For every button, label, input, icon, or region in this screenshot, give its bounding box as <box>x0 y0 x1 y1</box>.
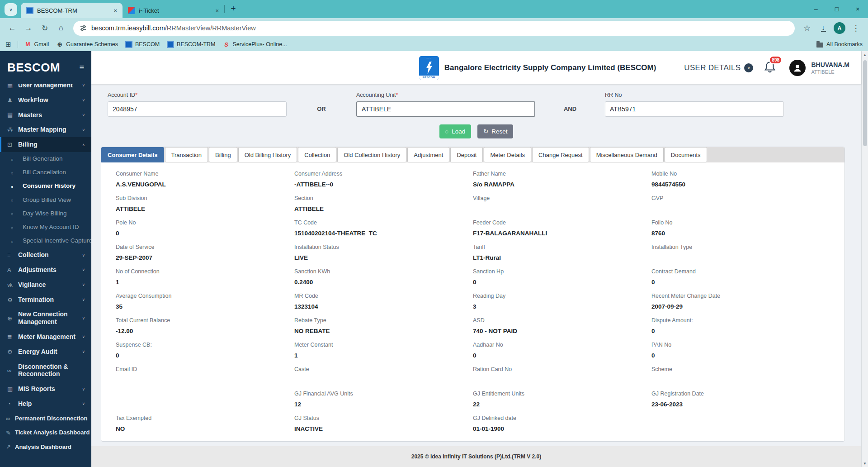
browser-menu-icon[interactable]: ⋮ <box>848 20 863 36</box>
field-value <box>651 205 830 213</box>
tab-documents[interactable]: Documents <box>665 147 707 162</box>
tab-meter-details[interactable]: Meter Details <box>484 147 531 162</box>
new-tab-button[interactable]: + <box>227 3 239 14</box>
tab-search-button[interactable]: ∨ <box>5 3 17 16</box>
reload-button[interactable]: ↻ <box>37 20 52 36</box>
browser-tab-i-ticket[interactable]: i~Ticket × <box>123 3 224 18</box>
bookmark-label: Guarantee Schemes <box>66 41 118 48</box>
tab-label: Collection <box>304 152 330 158</box>
field-label: Aadhaar No <box>473 342 651 348</box>
bookmark-bescom-trm[interactable]: BESCOM-TRM <box>167 41 215 48</box>
sidebar-item-ticket-analysis-dashboard[interactable]: ✎ Ticket Analysis Dashboard <box>0 425 91 440</box>
sidebar-item-group-billed-view[interactable]: Group Billed View <box>0 193 91 207</box>
window-close-button[interactable]: × <box>847 0 868 18</box>
sidebar-item-label: Masters <box>18 111 42 119</box>
bookmark-star-icon[interactable]: ☆ <box>799 20 815 36</box>
accounting-unit-input[interactable] <box>356 101 535 117</box>
field-label: Contract Demand <box>651 268 830 275</box>
bookmark-bescom[interactable]: BESCOM <box>125 41 160 48</box>
field-value: 2007-09-29 <box>651 303 830 310</box>
sidebar-item-help[interactable]: ◔ Help ∨ <box>0 396 91 411</box>
sidebar-item-master-mapping[interactable]: ⁂ Master Mapping ∨ <box>0 122 91 137</box>
sidebar-item-termination[interactable]: ♻ Termination ∨ <box>0 292 91 307</box>
page-scrollbar[interactable]: ▲ ▼ <box>861 51 868 467</box>
sidebar-item-day-wise-billing[interactable]: Day Wise Billing <box>0 207 91 220</box>
field-value: 29-SEP-2007 <box>116 254 294 262</box>
sidebar-item-vigilance[interactable]: vk Vigilance ∨ <box>0 277 91 292</box>
window-minimize-button[interactable]: – <box>806 0 826 18</box>
browser-tab-bescom-trm[interactable]: BESCOM-TRM × <box>21 3 123 18</box>
tab-deposit[interactable]: Deposit <box>450 147 483 162</box>
sidebar-item-analysis-dashboard[interactable]: ↗ Analysis Dashboard <box>0 440 91 454</box>
sidebar-item-permanent-disconnection[interactable]: ∞ Permanent Disconnection <box>0 411 91 426</box>
tab-favicon <box>26 7 33 14</box>
field-asd: ASD 740 - NOT PAID <box>473 317 651 335</box>
tab-transaction[interactable]: Transaction <box>165 147 208 162</box>
sidebar-item-label: Disconnection & Reconnection <box>18 363 83 378</box>
tab-billing[interactable]: Billing <box>209 147 237 162</box>
address-bar[interactable]: bescom.trm.ieasybill.com/RRMasterView/RR… <box>73 21 795 36</box>
sidebar-item-workflow[interactable]: ♟ WorkFlow ∨ <box>0 93 91 108</box>
back-button[interactable]: ← <box>5 20 20 36</box>
notification-bell-icon[interactable]: 898 <box>764 61 776 75</box>
field-value: NO <box>116 425 294 433</box>
load-button[interactable]: ◌ Load <box>439 124 472 138</box>
chevron-icon: ∨ <box>80 128 85 132</box>
account-id-input[interactable] <box>108 101 287 117</box>
sidebar-item-adjustments[interactable]: A Adjustments ∨ <box>0 262 91 277</box>
tab-close-icon[interactable]: × <box>214 7 220 14</box>
tab-collection[interactable]: Collection <box>298 147 336 162</box>
rr-no-input[interactable] <box>605 101 784 117</box>
sidebar-item-bill-cancellation[interactable]: Bill Cancellation <box>0 166 91 179</box>
reset-button[interactable]: ↻ Reset <box>477 124 513 138</box>
window-maximize-button[interactable]: □ <box>826 0 847 18</box>
sidebar-item-masters[interactable]: ▤ Masters ∨ <box>0 108 91 123</box>
sidebar-item-collection[interactable]: ≡ Collection ∨ <box>0 248 91 262</box>
sidebar-item-label: Group Billed View <box>23 196 71 204</box>
tab-old-billing-history[interactable]: Old Billing History <box>238 147 297 162</box>
sidebar-item-energy-audit[interactable]: ⚙ Energy Audit ∨ <box>0 344 91 359</box>
refresh-icon: ↻ <box>483 128 488 135</box>
user-details-dropdown[interactable]: USER DETAILS ∨ <box>684 63 753 72</box>
field-value: 22 <box>473 401 651 408</box>
tab-miscellaneous-demand[interactable]: Miscellaneous Demand <box>590 147 664 162</box>
field-value: 0 <box>116 230 294 237</box>
sidebar-item-billing[interactable]: ⊡ Billing ∧ <box>0 137 91 152</box>
sidebar-item-icon: ♻ <box>7 296 18 303</box>
apps-grid-icon[interactable]: ⊞ <box>5 40 11 48</box>
sidebar-item-disconnection-reconnection[interactable]: ∞ Disconnection & Reconnection <box>0 359 91 382</box>
sidebar-item-bill-generation[interactable]: Bill Generation <box>0 152 91 166</box>
tab-change-request[interactable]: Change Request <box>532 147 589 162</box>
site-settings-icon[interactable] <box>80 24 87 32</box>
field-value: 0.2400 <box>294 279 473 286</box>
footer: 2025 © Idea Infinity IT Solutions (P)Ltd… <box>91 446 861 467</box>
user-avatar[interactable] <box>789 60 806 76</box>
sidebar-item-new-connection-management[interactable]: ⊕ New Connection Management ∨ <box>0 307 91 329</box>
chevron-icon: ∨ <box>80 113 85 117</box>
all-bookmarks-button[interactable]: All Bookmarks <box>816 41 863 48</box>
field-value <box>651 425 830 433</box>
scroll-down-icon[interactable]: ▼ <box>863 460 867 467</box>
browser-profile-avatar[interactable]: A <box>834 22 845 34</box>
sidebar-toggle-icon[interactable]: ≡ <box>79 63 84 72</box>
sidebar-item-consumer-history[interactable]: Consumer History <box>0 179 91 193</box>
tab-consumer-details[interactable]: Consumer Details <box>101 147 164 162</box>
field-label: Suspense CB: <box>116 342 294 348</box>
sidebar-item-special-incentive-capture[interactable]: Special Incentive Capture <box>0 234 91 248</box>
downloads-icon[interactable]: ←↓ <box>816 24 831 32</box>
scrollbar-thumb[interactable] <box>863 60 867 146</box>
sidebar-item-mis-reports[interactable]: ▥ MIS Reports ∨ <box>0 381 91 396</box>
sidebar-item-meter-management[interactable]: ≣ Meter Management ∨ <box>0 329 91 344</box>
bookmark-guarantee-schemes[interactable]: Guarantee Schemes <box>56 41 118 48</box>
bookmark-gmail[interactable]: Gmail <box>24 41 49 48</box>
tab-close-icon[interactable]: × <box>113 7 118 14</box>
window-controls: – □ × <box>806 0 868 18</box>
scroll-up-icon[interactable]: ▲ <box>863 51 867 58</box>
tab-old-collection-history[interactable]: Old Collection History <box>337 147 406 162</box>
tab-adjustment[interactable]: Adjustment <box>407 147 449 162</box>
sidebar-item-know-my-account-id[interactable]: Know My Account ID <box>0 220 91 234</box>
forward-button[interactable]: → <box>21 20 36 36</box>
tab-label: Documents <box>671 152 701 158</box>
bookmark-serviceplus[interactable]: ServicePlus- Online... <box>223 41 287 48</box>
home-button[interactable]: ⌂ <box>53 20 69 36</box>
